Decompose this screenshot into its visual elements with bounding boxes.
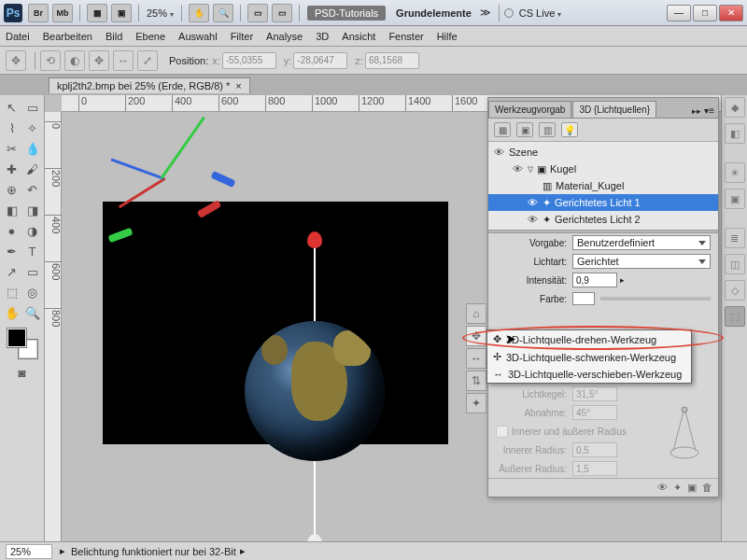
minibridge-button[interactable]: Mb [52,4,73,22]
blur-tool[interactable]: ● [2,220,22,241]
screenmode-button[interactable]: ▭ [272,4,292,22]
3d-light-slide-button[interactable]: ⇅ [466,371,486,391]
filter-lights-icon[interactable]: 💡 [561,122,578,137]
masks-panel-icon[interactable]: ▣ [725,189,745,209]
color-swatches[interactable] [6,327,39,360]
workspace-label[interactable]: Grundelemente [396,7,472,19]
visibility-icon[interactable]: 👁 [492,147,505,158]
menu-3d[interactable]: 3D [316,31,329,42]
preset-combo[interactable]: Benutzerdefiniert [572,235,711,250]
document-canvas[interactable] [103,202,448,444]
menu-bild[interactable]: Bild [106,31,122,42]
marquee-tool[interactable]: ▭ [22,97,43,118]
3d-slide-icon[interactable]: ↔ [113,50,134,71]
3d-light-drag-button[interactable]: ↔ [466,348,486,369]
paths-panel-icon[interactable]: ◇ [725,280,745,301]
3d-rotate-icon[interactable]: ⟲ [40,50,61,71]
crop-tool[interactable]: ✂ [2,138,22,159]
toggle-lights-icon[interactable]: 👁 [657,482,668,494]
filter-scene-icon[interactable]: ▦ [494,122,511,137]
menu-datei[interactable]: Datei [6,31,30,42]
flyout-slide-tool[interactable]: ↔3D-Lichtquelle-verschieben-Werkzeug [487,366,691,383]
heal-tool[interactable]: ✚ [2,159,22,179]
channels-panel-icon[interactable]: ◫ [725,254,745,274]
light-pin-top[interactable] [314,246,316,321]
menu-bearbeiten[interactable]: Bearbeiten [43,31,92,42]
panel-tab-3d-lights[interactable]: 3D {Lichtquellen} [572,101,656,118]
menu-filter[interactable]: Filter [231,31,253,42]
window-maximize-button[interactable]: □ [693,5,717,21]
flyout-rotate-tool[interactable]: ✥3D-Lichtquelle-drehen-Werkzeug [487,330,691,348]
layers-panel-icon[interactable]: ≣ [725,228,745,248]
earth-3d-object[interactable] [245,321,385,461]
cslive-dropdown[interactable]: CS Live [519,7,562,19]
3d-pan-icon[interactable]: ✥ [89,50,109,71]
flyout-pan-tool[interactable]: ✢3D-Lichtquelle-schwenken-Werkzeug [487,348,691,366]
menu-hilfe[interactable]: Hilfe [437,31,458,42]
menu-ebene[interactable]: Ebene [135,31,165,42]
filter-material-icon[interactable]: ▥ [539,122,556,137]
more-workspaces-icon[interactable]: ≫ [480,7,491,19]
new-light-icon[interactable]: ✦ [673,482,682,494]
y-field[interactable]: -28,0647 [293,52,347,69]
3d-scale-icon[interactable]: ⤢ [137,50,158,71]
lasso-tool[interactable]: ⌇ [2,118,22,138]
zoom-level-dropdown[interactable]: 25% [147,7,174,19]
3d-roll-icon[interactable]: ◐ [64,50,85,71]
status-arrow-icon[interactable]: ▸ [60,545,65,557]
hand-tool[interactable]: ✋ [2,302,22,323]
current-tool-icon[interactable]: ✥ [6,50,26,71]
brush-tool[interactable]: 🖌 [22,159,43,179]
intensity-field[interactable]: 0,9 [572,273,617,287]
zoom-button[interactable]: 🔍 [213,4,233,22]
document-tab[interactable]: kplj2th2.bmp bei 25% (Erde, RGB/8) * × [49,77,250,93]
menu-ansicht[interactable]: Ansicht [342,31,375,42]
panel-tab-presets[interactable]: Werkzeugvorgab [488,101,571,118]
stamp-tool[interactable]: ⊕ [2,179,22,200]
filter-mesh-icon[interactable]: ▣ [516,122,533,137]
arrange-button[interactable]: ▭ [247,4,268,22]
status-arrow2-icon[interactable]: ▸ [240,545,246,557]
scene-row-material[interactable]: ▥Material_Kugel [488,177,718,194]
window-minimize-button[interactable]: — [667,5,691,21]
wand-tool[interactable]: ✧ [22,118,43,138]
3d-light-point-button[interactable]: ✦ [466,393,486,413]
3d-camera-tool[interactable]: ◎ [22,282,43,302]
type-tool[interactable]: T [22,241,43,261]
x-field[interactable]: -55,0355 [222,52,276,69]
window-close-button[interactable]: ✕ [719,5,743,21]
color-panel-icon[interactable]: ◧ [725,123,745,144]
zoom-tool[interactable]: 🔍 [22,302,43,323]
color-swatch[interactable] [572,292,595,305]
visibility-icon[interactable]: 👁 [526,214,539,225]
gradient-tool[interactable]: ◨ [22,200,43,220]
3d-object-tool[interactable]: ⬚ [2,282,22,302]
scene-row-kugel[interactable]: 👁▽▣Kugel [488,161,718,177]
adjustments-panel-icon[interactable]: ☀ [725,162,745,183]
scene-row-scene[interactable]: 👁Szene [488,144,718,161]
visibility-icon[interactable]: 👁 [511,163,524,175]
menu-fenster[interactable]: Fenster [388,31,423,42]
z-field[interactable]: 68,1568 [365,52,419,69]
bridge-button[interactable]: Br [28,4,49,22]
add-light-icon[interactable]: ▣ [687,482,697,494]
quickmask-tool[interactable]: ◙ [12,362,33,383]
scene-row-light1[interactable]: 👁✦Gerichtetes Licht 1 [488,194,718,211]
3d-light-rotate-button[interactable]: ✥ [466,326,486,346]
color-slider[interactable] [600,297,711,301]
panel-menu-icon[interactable]: ▾≡ [704,105,714,116]
foreground-color-swatch[interactable] [7,329,26,347]
view-extras-button[interactable]: ▦ [87,4,107,22]
swatches-panel-icon[interactable]: ◆ [725,97,745,118]
move-tool[interactable]: ↖ [2,97,22,118]
view-guides-button[interactable]: ▣ [111,4,132,22]
hand-button[interactable]: ✋ [189,4,209,22]
document-tab-close-icon[interactable]: × [235,80,241,91]
history-brush-tool[interactable]: ↶ [22,179,43,200]
light-pin-bottom[interactable] [314,461,316,536]
status-zoom-field[interactable]: 25% [6,544,52,559]
3d-panel-icon[interactable]: ⬚ [725,306,745,327]
3d-home-button[interactable]: ⌂ [466,303,486,324]
panel-collapse-icon[interactable]: ▸▸ [692,106,701,116]
visibility-icon[interactable]: 👁 [526,197,539,208]
